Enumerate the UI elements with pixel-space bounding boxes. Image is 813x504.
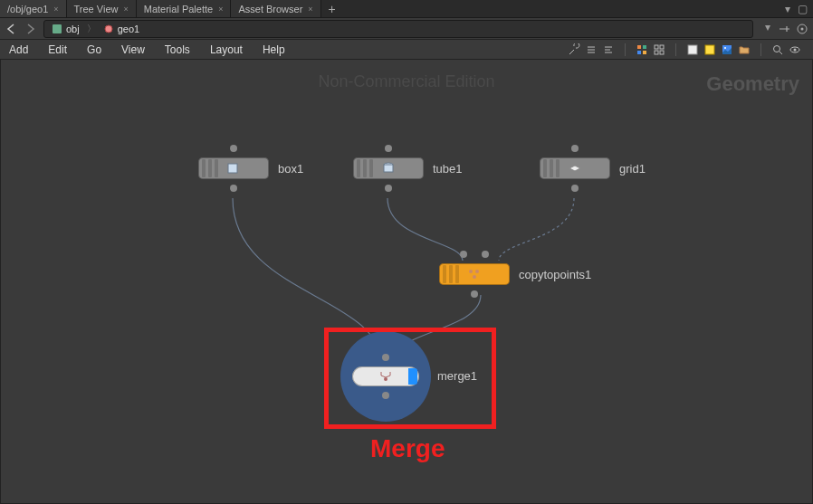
tab-material-palette[interactable]: Material Palette × — [137, 0, 232, 17]
svg-rect-0 — [53, 24, 62, 33]
node-wires — [1, 60, 812, 503]
tab-label: Asset Browser — [238, 4, 302, 14]
path-label: obj — [66, 24, 80, 34]
note-icon[interactable] — [685, 43, 700, 57]
chevron-right-icon: 〉 — [87, 23, 96, 35]
close-icon[interactable]: × — [53, 5, 58, 14]
pane-menu-icon[interactable]: ▾ — [782, 4, 793, 14]
svg-point-15 — [724, 47, 726, 49]
path-segment-geo1[interactable]: geo1 — [98, 22, 145, 36]
context-label: Geometry — [706, 72, 799, 96]
annotation-label: Merge — [370, 434, 445, 463]
toolbar — [561, 43, 808, 57]
menu-help[interactable]: Help — [259, 42, 289, 58]
close-icon[interactable]: × — [218, 5, 223, 14]
svg-rect-12 — [688, 45, 697, 54]
svg-rect-4 — [637, 45, 641, 49]
node-copytopoints1[interactable]: copytopoints1 — [439, 263, 591, 285]
tube-icon — [380, 161, 397, 176]
node-label: box1 — [278, 162, 303, 176]
svg-rect-13 — [705, 45, 714, 54]
svg-point-23 — [475, 270, 479, 273]
menu-edit[interactable]: Edit — [44, 42, 71, 58]
input-connector[interactable] — [230, 145, 237, 152]
tab-label: Tree View — [74, 4, 119, 14]
node-ring-merge1 — [340, 331, 431, 422]
node-label: tube1 — [433, 162, 463, 176]
forward-button[interactable] — [22, 21, 38, 37]
justify-icon[interactable] — [601, 43, 616, 57]
merge-icon — [378, 369, 394, 384]
input-connector[interactable] — [385, 145, 392, 152]
input-connector[interactable] — [571, 145, 579, 152]
node-grid1[interactable]: grid1 — [540, 157, 646, 179]
node-tube1[interactable]: tube1 — [353, 157, 463, 179]
svg-rect-21 — [384, 165, 393, 172]
maximize-pane-icon[interactable]: ▢ — [797, 4, 808, 14]
svg-rect-11 — [660, 51, 664, 54]
menu-add[interactable]: Add — [5, 42, 32, 58]
folder-icon[interactable] — [737, 43, 751, 57]
output-connector[interactable] — [230, 185, 237, 192]
grid-colored-icon[interactable] — [635, 43, 649, 57]
tab-network-view[interactable]: /obj/geo1 × — [0, 0, 67, 17]
path-segment-obj[interactable]: obj — [46, 22, 85, 36]
svg-point-18 — [794, 48, 797, 51]
output-connector[interactable] — [385, 185, 392, 192]
input-connector-2[interactable] — [482, 251, 489, 258]
close-icon[interactable]: × — [308, 5, 312, 14]
svg-point-24 — [473, 275, 476, 279]
grid-outline-icon[interactable] — [652, 43, 666, 57]
network-canvas[interactable]: Non-Commercial Edition Geometry box1 tub… — [0, 60, 813, 504]
node-label: copytopoints1 — [519, 268, 591, 281]
svg-rect-6 — [637, 51, 641, 54]
sticky-note-icon[interactable] — [703, 43, 717, 57]
svg-rect-10 — [655, 51, 658, 54]
watermark-text: Non-Commercial Edition — [1, 72, 812, 91]
input-connector-1[interactable] — [460, 251, 467, 258]
svg-rect-5 — [643, 45, 646, 49]
menu-go[interactable]: Go — [83, 42, 105, 58]
svg-point-25 — [384, 377, 387, 381]
tab-tree-view[interactable]: Tree View × — [67, 0, 137, 17]
target-icon[interactable] — [795, 22, 809, 36]
tab-label: /obj/geo1 — [7, 4, 48, 14]
svg-rect-9 — [660, 45, 664, 49]
navigation-bar: obj 〉 geo1 ▾ — [0, 18, 813, 40]
svg-rect-8 — [655, 45, 658, 49]
list-icon[interactable] — [584, 43, 598, 57]
menu-bar: Add Edit Go View Tools Layout Help — [0, 40, 813, 60]
output-connector[interactable] — [382, 392, 389, 399]
grid-icon — [567, 161, 583, 176]
svg-point-22 — [469, 270, 473, 273]
output-connector[interactable] — [571, 185, 579, 192]
menu-layout[interactable]: Layout — [206, 42, 246, 58]
pin-icon[interactable] — [777, 22, 791, 36]
image-icon[interactable] — [720, 43, 734, 57]
node-label: merge1 — [437, 369, 477, 383]
node-box1[interactable]: box1 — [198, 157, 303, 179]
tab-asset-browser[interactable]: Asset Browser × — [231, 0, 320, 17]
eye-icon[interactable] — [788, 43, 802, 57]
path-label: geo1 — [118, 24, 139, 34]
geo-icon — [103, 24, 114, 34]
wrench-icon[interactable] — [567, 43, 581, 57]
pane-tabs-bar: /obj/geo1 × Tree View × Material Palette… — [0, 0, 813, 18]
search-icon[interactable] — [770, 43, 785, 57]
add-tab-button[interactable]: + — [321, 2, 343, 16]
node-merge1[interactable] — [352, 366, 419, 386]
svg-point-1 — [105, 25, 112, 33]
back-button[interactable] — [4, 21, 20, 37]
path-bar[interactable]: obj 〉 geo1 — [43, 20, 753, 38]
menu-tools[interactable]: Tools — [161, 42, 194, 58]
menu-view[interactable]: View — [118, 42, 148, 58]
svg-point-16 — [774, 45, 780, 52]
svg-rect-19 — [228, 164, 237, 173]
close-icon[interactable]: × — [123, 5, 128, 14]
input-connector[interactable] — [382, 354, 389, 361]
output-connector[interactable] — [471, 290, 478, 298]
network-icon — [52, 24, 62, 34]
box-icon — [225, 161, 242, 176]
path-dropdown-icon[interactable]: ▾ — [762, 22, 773, 33]
node-label: grid1 — [619, 162, 646, 176]
